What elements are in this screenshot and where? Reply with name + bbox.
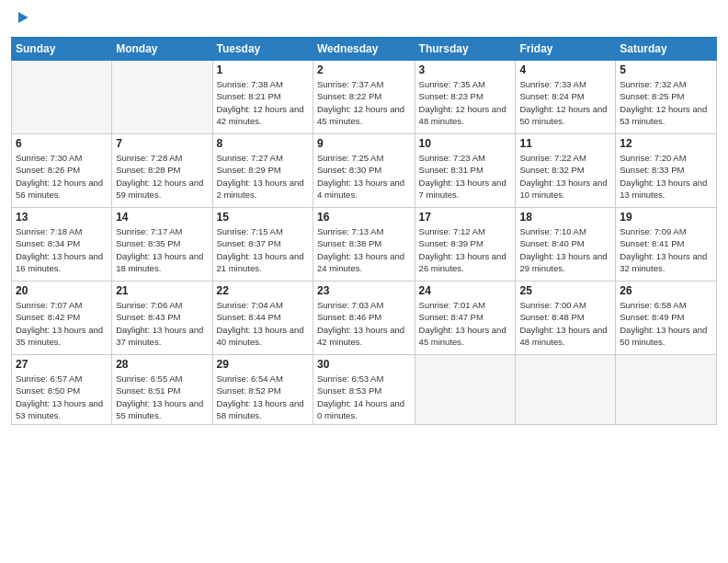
day-info: Sunrise: 7:17 AM Sunset: 8:35 PM Dayligh… [116,225,208,274]
day-number: 8 [217,137,309,150]
day-number: 30 [317,358,411,371]
day-info: Sunrise: 7:35 AM Sunset: 8:23 PM Dayligh… [419,78,512,127]
calendar-header-row: SundayMondayTuesdayWednesdayThursdayFrid… [12,38,717,61]
calendar-cell: 28Sunrise: 6:55 AM Sunset: 8:51 PM Dayli… [112,355,212,425]
day-info: Sunrise: 7:23 AM Sunset: 8:31 PM Dayligh… [419,152,512,201]
day-number: 27 [16,358,108,371]
day-info: Sunrise: 7:38 AM Sunset: 8:21 PM Dayligh… [217,78,309,127]
calendar-cell: 9Sunrise: 7:25 AM Sunset: 8:30 PM Daylig… [313,134,415,208]
day-number: 17 [419,211,512,224]
day-info: Sunrise: 6:55 AM Sunset: 8:51 PM Dayligh… [116,373,208,421]
calendar-cell: 2Sunrise: 7:37 AM Sunset: 8:22 PM Daylig… [313,61,415,134]
logo [11,9,31,29]
day-number: 10 [419,137,512,150]
calendar-cell: 30Sunrise: 6:53 AM Sunset: 8:53 PM Dayli… [313,355,415,425]
day-number: 1 [217,63,309,76]
day-info: Sunrise: 6:54 AM Sunset: 8:52 PM Dayligh… [217,373,309,421]
calendar-cell: 18Sunrise: 7:10 AM Sunset: 8:40 PM Dayli… [516,208,616,282]
day-number: 19 [620,211,712,224]
calendar-cell: 25Sunrise: 7:00 AM Sunset: 8:48 PM Dayli… [516,282,616,355]
calendar-cell: 29Sunrise: 6:54 AM Sunset: 8:52 PM Dayli… [212,355,313,425]
day-number: 7 [116,137,208,150]
calendar-cell: 21Sunrise: 7:06 AM Sunset: 8:43 PM Dayli… [112,282,212,355]
weekday-header: Sunday [12,38,112,61]
day-number: 9 [317,137,411,150]
calendar-cell: 15Sunrise: 7:15 AM Sunset: 8:37 PM Dayli… [212,208,313,282]
weekday-header: Tuesday [212,38,313,61]
logo-icon [13,9,29,26]
day-info: Sunrise: 7:15 AM Sunset: 8:37 PM Dayligh… [217,225,309,274]
calendar-cell: 20Sunrise: 7:07 AM Sunset: 8:42 PM Dayli… [12,282,112,355]
day-info: Sunrise: 7:22 AM Sunset: 8:32 PM Dayligh… [519,152,611,201]
day-info: Sunrise: 7:04 AM Sunset: 8:44 PM Dayligh… [217,299,309,348]
calendar-week-row: 20Sunrise: 7:07 AM Sunset: 8:42 PM Dayli… [12,282,717,355]
day-info: Sunrise: 6:53 AM Sunset: 8:53 PM Dayligh… [317,373,411,421]
calendar-cell: 22Sunrise: 7:04 AM Sunset: 8:44 PM Dayli… [212,282,313,355]
day-info: Sunrise: 7:03 AM Sunset: 8:46 PM Dayligh… [317,299,411,348]
calendar-cell [516,355,616,425]
header [11,9,717,29]
calendar-cell: 11Sunrise: 7:22 AM Sunset: 8:32 PM Dayli… [516,134,616,208]
weekday-header: Thursday [415,38,516,61]
day-number: 12 [620,137,712,150]
calendar-week-row: 13Sunrise: 7:18 AM Sunset: 8:34 PM Dayli… [12,208,717,282]
calendar-week-row: 27Sunrise: 6:57 AM Sunset: 8:50 PM Dayli… [12,355,717,425]
calendar-cell: 23Sunrise: 7:03 AM Sunset: 8:46 PM Dayli… [313,282,415,355]
calendar-week-row: 1Sunrise: 7:38 AM Sunset: 8:21 PM Daylig… [12,61,717,134]
weekday-header: Friday [516,38,616,61]
day-info: Sunrise: 6:58 AM Sunset: 8:49 PM Dayligh… [620,299,712,348]
calendar-cell: 14Sunrise: 7:17 AM Sunset: 8:35 PM Dayli… [112,208,212,282]
calendar-cell: 13Sunrise: 7:18 AM Sunset: 8:34 PM Dayli… [12,208,112,282]
calendar-cell: 24Sunrise: 7:01 AM Sunset: 8:47 PM Dayli… [415,282,516,355]
calendar-cell: 8Sunrise: 7:27 AM Sunset: 8:29 PM Daylig… [212,134,313,208]
day-info: Sunrise: 7:01 AM Sunset: 8:47 PM Dayligh… [419,299,512,348]
day-info: Sunrise: 7:30 AM Sunset: 8:26 PM Dayligh… [16,152,108,201]
calendar-cell: 26Sunrise: 6:58 AM Sunset: 8:49 PM Dayli… [616,282,717,355]
day-number: 15 [217,211,309,224]
day-number: 14 [116,211,208,224]
calendar-cell: 1Sunrise: 7:38 AM Sunset: 8:21 PM Daylig… [212,61,313,134]
day-number: 5 [620,63,712,76]
day-number: 21 [116,284,208,297]
calendar-cell [415,355,516,425]
svg-marker-0 [18,12,28,23]
day-number: 2 [317,63,411,76]
calendar-cell: 12Sunrise: 7:20 AM Sunset: 8:33 PM Dayli… [616,134,717,208]
day-info: Sunrise: 7:00 AM Sunset: 8:48 PM Dayligh… [519,299,611,348]
day-info: Sunrise: 7:07 AM Sunset: 8:42 PM Dayligh… [16,299,108,348]
day-number: 16 [317,211,411,224]
day-info: Sunrise: 7:37 AM Sunset: 8:22 PM Dayligh… [317,78,411,127]
calendar-cell: 4Sunrise: 7:33 AM Sunset: 8:24 PM Daylig… [516,61,616,134]
day-info: Sunrise: 6:57 AM Sunset: 8:50 PM Dayligh… [16,373,108,421]
day-info: Sunrise: 7:10 AM Sunset: 8:40 PM Dayligh… [519,225,611,274]
calendar-cell: 6Sunrise: 7:30 AM Sunset: 8:26 PM Daylig… [12,134,112,208]
day-info: Sunrise: 7:32 AM Sunset: 8:25 PM Dayligh… [620,78,712,127]
calendar-cell [616,355,717,425]
day-number: 11 [519,137,611,150]
calendar-cell: 27Sunrise: 6:57 AM Sunset: 8:50 PM Dayli… [12,355,112,425]
weekday-header: Saturday [616,38,717,61]
day-number: 26 [620,284,712,297]
calendar-cell: 16Sunrise: 7:13 AM Sunset: 8:38 PM Dayli… [313,208,415,282]
calendar-cell: 5Sunrise: 7:32 AM Sunset: 8:25 PM Daylig… [616,61,717,134]
day-number: 4 [519,63,611,76]
day-info: Sunrise: 7:12 AM Sunset: 8:39 PM Dayligh… [419,225,512,274]
day-number: 6 [16,137,108,150]
day-number: 29 [217,358,309,371]
weekday-header: Monday [112,38,212,61]
day-info: Sunrise: 7:13 AM Sunset: 8:38 PM Dayligh… [317,225,411,274]
day-info: Sunrise: 7:28 AM Sunset: 8:28 PM Dayligh… [116,152,208,201]
calendar-cell: 19Sunrise: 7:09 AM Sunset: 8:41 PM Dayli… [616,208,717,282]
day-number: 24 [419,284,512,297]
day-number: 20 [16,284,108,297]
calendar-cell: 10Sunrise: 7:23 AM Sunset: 8:31 PM Dayli… [415,134,516,208]
calendar-cell [12,61,112,134]
day-number: 13 [16,211,108,224]
day-info: Sunrise: 7:09 AM Sunset: 8:41 PM Dayligh… [620,225,712,274]
day-info: Sunrise: 7:33 AM Sunset: 8:24 PM Dayligh… [519,78,611,127]
day-number: 22 [217,284,309,297]
day-number: 28 [116,358,208,371]
day-number: 3 [419,63,512,76]
day-number: 23 [317,284,411,297]
weekday-header: Wednesday [313,38,415,61]
